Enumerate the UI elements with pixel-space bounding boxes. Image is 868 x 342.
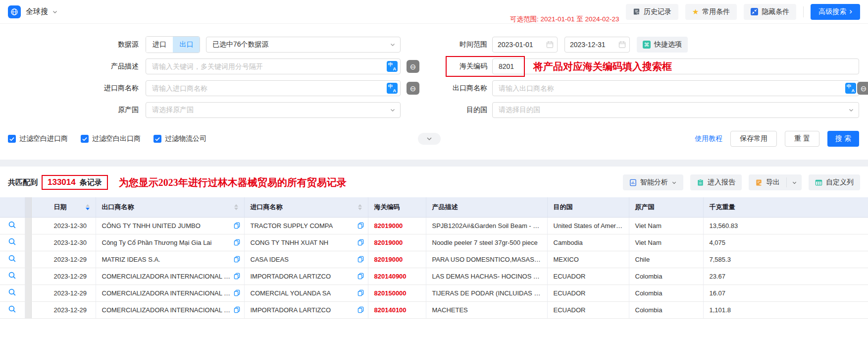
cell-date: 2023-12-29 (31, 251, 96, 268)
fuzzy-match-icon[interactable]: ⊖ (407, 60, 419, 73)
copy-icon[interactable] (357, 256, 364, 263)
cell-destination: ECUADOR (547, 285, 629, 301)
copy-icon[interactable] (234, 222, 240, 229)
chevron-down-icon (671, 180, 677, 185)
collapse-icon (751, 8, 758, 15)
import-tab[interactable]: 进口 (146, 37, 173, 53)
cell-origin: Colombia (629, 268, 703, 285)
cell-destination: MEXICO (547, 251, 629, 268)
filter-logistics-checkbox[interactable]: 过滤物流公司 (153, 134, 206, 143)
cell-date: 2023-12-30 (31, 234, 96, 251)
cell-destination: Cambodia (547, 234, 629, 251)
product-desc-input[interactable] (146, 58, 401, 74)
fuzzy-match-icon[interactable]: ⊖ (857, 82, 868, 95)
favorite-conditions-button[interactable]: ★ 常用条件 (685, 4, 737, 20)
search-icon[interactable] (8, 271, 16, 280)
translate-icon[interactable]: 中A (387, 83, 398, 94)
copy-icon[interactable] (234, 239, 240, 246)
cell-product: TIJERAS DE PODAR (INCLUIDAS LAS (426, 285, 547, 301)
exporter-name-input[interactable] (492, 80, 859, 96)
copy-icon[interactable] (357, 222, 364, 229)
date-range-hint: 可选范围: 2021-01-01 至 2024-02-23 (510, 15, 619, 24)
header-importer[interactable]: 进口商名称 (244, 197, 368, 217)
cell-weight: 13,560.83 (703, 217, 868, 234)
cell-origin: Colombia (629, 285, 703, 301)
header-exporter[interactable]: 出口商名称 (96, 197, 244, 217)
data-source-select[interactable]: 已选中76个数据源 (206, 37, 401, 53)
export-button[interactable]: 导出 (749, 174, 786, 190)
table-row: 2023-12-29 COMERCIALIZADORA INTERNACIONA… (0, 268, 868, 285)
search-icon[interactable] (8, 288, 16, 296)
cell-product: SPJB1202A#&Garden Soil Beam - 440 (426, 217, 547, 234)
topbar: 全球搜 历史记录 ★ 常用条件 隐藏条件 高级搜 (0, 0, 868, 24)
copy-icon[interactable] (357, 273, 364, 280)
advanced-search-button[interactable]: 高级搜索 › (811, 4, 860, 20)
results-bar: 共匹配到 133014 条记录 为您显示2023年进行过林木器械贸易的所有贸易记… (0, 167, 868, 197)
chevron-down-icon (848, 107, 854, 113)
translate-icon[interactable]: 中A (387, 61, 398, 72)
calendar-icon[interactable] (546, 41, 554, 49)
cell-importer: CASA IDEAS (244, 251, 368, 268)
page-title[interactable]: 全球搜 (26, 7, 48, 16)
checkbox-checked-icon (81, 135, 89, 143)
copy-icon[interactable] (234, 306, 240, 313)
globe-icon (8, 5, 21, 18)
quick-options-button[interactable]: ⌘ 快捷选项 (637, 37, 688, 53)
smart-analysis-button[interactable]: 智能分析 (623, 174, 683, 190)
export-chevron-down-icon[interactable] (787, 174, 802, 190)
copy-icon[interactable] (234, 256, 240, 263)
cell-weight: 4,075 (703, 234, 868, 251)
cell-exporter: MATRIZ IDEAS S.A. (96, 251, 244, 268)
header-weight: 千克重量 (703, 197, 868, 217)
cell-importer: TRACTOR SUPPLY COMPA (244, 217, 368, 234)
copy-icon[interactable] (357, 306, 364, 313)
hide-conditions-button[interactable]: 隐藏条件 (744, 4, 796, 20)
sort-carets-icon[interactable] (358, 202, 362, 212)
tutorial-link[interactable]: 使用教程 (695, 134, 722, 143)
sort-carets-icon[interactable] (234, 202, 238, 212)
filter-row: 过滤空白进口商 过滤空白出口商 过滤物流公司 使用教程 保存常用 重 (0, 128, 868, 150)
sort-carets-icon[interactable] (86, 202, 90, 212)
cell-destination: ECUADOR (547, 301, 629, 318)
dest-country-select[interactable]: 请选择目的国 (492, 102, 859, 118)
cell-hs-code: 82019000 (368, 251, 426, 268)
match-count-red-box: 133014 条记录 (42, 175, 108, 190)
copy-icon[interactable] (234, 273, 240, 280)
fuzzy-match-icon[interactable]: ⊖ (407, 82, 419, 95)
match-count-prefix: 共匹配到 (8, 178, 38, 187)
cell-origin: Chile (629, 251, 703, 268)
header-date[interactable]: 日期 (31, 197, 96, 217)
search-icon[interactable] (8, 254, 16, 263)
star-icon: ★ (692, 8, 699, 15)
custom-columns-button[interactable]: 自定义列 (809, 174, 860, 190)
global-search-page: 全球搜 历史记录 ★ 常用条件 隐藏条件 高级搜 (0, 0, 868, 342)
search-icon[interactable] (8, 305, 16, 313)
export-tab[interactable]: 出口 (173, 37, 200, 53)
filter-blank-exporter-checkbox[interactable]: 过滤空白出口商 (81, 134, 141, 143)
report-icon (697, 179, 704, 186)
origin-country-select[interactable]: 请选择原产国 (146, 102, 401, 118)
copy-icon[interactable] (357, 239, 364, 246)
translate-icon[interactable]: 中A (845, 83, 856, 94)
cell-weight: 23.67 (703, 268, 868, 285)
save-conditions-button[interactable]: 保存常用 (730, 131, 777, 147)
search-form: 可选范围: 2021-01-01 至 2024-02-23 数据源 进口 出口 … (0, 24, 868, 160)
history-button[interactable]: 历史记录 (626, 4, 678, 20)
reset-button[interactable]: 重 置 (785, 131, 819, 147)
cell-weight: 16.07 (703, 285, 868, 301)
enter-report-button[interactable]: 进入报告 (690, 174, 742, 190)
table-row: 2023-12-29 COMERCIALIZADORA INTERNACIONA… (0, 301, 868, 318)
search-button[interactable]: 搜 索 (827, 131, 859, 147)
search-icon[interactable] (8, 237, 16, 246)
title-chevron-down-icon[interactable] (52, 9, 58, 15)
export-button-group: 导出 (749, 174, 802, 190)
cell-date: 2023-12-30 (31, 217, 96, 234)
collapse-form-button[interactable] (418, 133, 441, 145)
search-icon[interactable] (8, 221, 16, 229)
calendar-icon[interactable] (618, 41, 626, 49)
copy-icon[interactable] (357, 289, 364, 296)
importer-name-input[interactable] (146, 80, 401, 96)
filter-blank-importer-checkbox[interactable]: 过滤空白进口商 (8, 134, 68, 143)
copy-icon[interactable] (234, 289, 240, 296)
table-row: 2023-12-30 CÔNG TY TNHH UNITED JUMBO TRA… (0, 217, 868, 234)
